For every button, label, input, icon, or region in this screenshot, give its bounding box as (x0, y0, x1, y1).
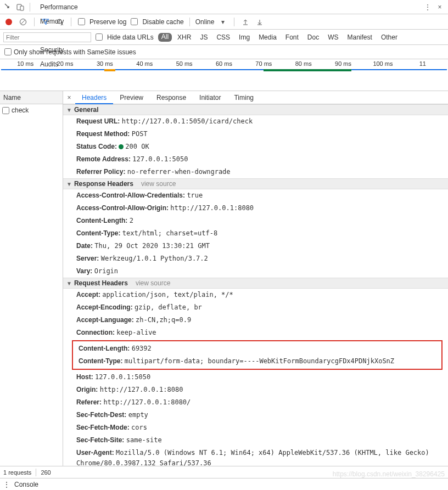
record-button[interactable] (3, 16, 14, 27)
svg-line-5 (61, 23, 63, 25)
filter-input[interactable] (3, 32, 91, 42)
type-filter-js[interactable]: JS (197, 33, 211, 42)
timeline-bar (1, 69, 447, 70)
upload-har-icon[interactable] (240, 16, 251, 27)
type-filter-img[interactable]: Img (236, 33, 253, 42)
type-filter-doc[interactable]: Doc (304, 33, 322, 42)
type-filter-manifest[interactable]: Manifest (344, 33, 376, 42)
value: keep-alive (116, 329, 156, 336)
svg-rect-1 (20, 6, 24, 10)
type-filter-font[interactable]: Font (282, 33, 302, 42)
throttle-dropdown-icon[interactable]: ▾ (217, 16, 228, 27)
timeline[interactable]: 10 ms20 ms30 ms40 ms50 ms60 ms70 ms80 ms… (0, 59, 448, 91)
section-request-headers[interactable]: ▼ Request Headers view source (63, 278, 448, 289)
label: Content-Type: (79, 357, 122, 365)
value: Werkzeug/1.0.1 Python/3.7.2 (101, 255, 208, 262)
collapse-icon: ▼ (66, 280, 72, 286)
value: Origin (94, 267, 118, 275)
timeline-tick: 30 ms (85, 60, 125, 67)
type-filter-media[interactable]: Media (255, 33, 280, 42)
type-filter-xhr[interactable]: XHR (174, 33, 194, 42)
view-source-link[interactable]: view source (136, 279, 170, 287)
device-toggle-icon[interactable] (14, 1, 26, 13)
value: 127.0.0.1:5050 (95, 373, 150, 381)
throttle-label: Online (195, 18, 215, 26)
type-filter-ws[interactable]: WS (324, 33, 341, 42)
detail-tab-preview[interactable]: Preview (113, 91, 150, 104)
section-response-headers[interactable]: ▼ Response Headers view source (63, 178, 448, 189)
samesite-checkbox[interactable] (4, 48, 12, 55)
timeline-tick: 10 ms (5, 60, 45, 67)
status-dot-icon (119, 144, 124, 149)
console-drawer[interactable]: ⋮ Console (0, 478, 448, 490)
value: zh-CN,zh;q=0.9 (136, 316, 191, 324)
preserve-log-checkbox[interactable] (78, 18, 85, 25)
label: Sec-Fetch-Site: (76, 436, 124, 444)
label: Accept-Language: (76, 316, 134, 324)
section-title: Request Headers (74, 279, 128, 287)
value: same-site (126, 436, 162, 444)
status-bar: 1 requests 260 (0, 466, 448, 478)
value: application/json, text/plain, */* (102, 291, 233, 298)
tab-performance[interactable]: Performance (33, 0, 85, 14)
collapse-icon: ▼ (66, 107, 72, 113)
detail-tab-headers[interactable]: Headers (75, 91, 113, 104)
value: Mozilla/5.0 (Windows NT 6.1; Win64; x64)… (76, 449, 429, 466)
svg-line-3 (21, 20, 25, 24)
drawer-menu-icon[interactable]: ⋮ (3, 481, 10, 488)
preserve-log-label: Preserve log (89, 18, 126, 26)
hide-data-urls-checkbox[interactable] (96, 33, 103, 41)
timeline-tick: 60 ms (204, 60, 244, 67)
samesite-label: Only show requests with SameSite issues (14, 48, 136, 56)
label: Content-Length: (79, 345, 130, 352)
download-har-icon[interactable] (254, 16, 265, 27)
timeline-tick: 70 ms (244, 60, 283, 67)
label: Origin: (76, 386, 98, 393)
timeline-tick: 20 ms (45, 60, 85, 67)
detail-tab-response[interactable]: Response (150, 91, 193, 104)
section-general[interactable]: ▼ General (63, 104, 448, 115)
timeline-tick: 40 ms (125, 60, 164, 67)
section-title: Response Headers (74, 180, 133, 188)
value: text/html; charset=utf-8 (122, 229, 217, 237)
detail-tabs: × HeadersPreviewResponseInitiatorTiming (63, 91, 448, 104)
name-column-header[interactable]: Name (0, 91, 63, 104)
request-name: check (12, 106, 29, 114)
timeline-tick: 100 ms (363, 60, 402, 67)
clear-icon[interactable] (18, 16, 29, 27)
filter-toggle-icon[interactable] (40, 16, 51, 27)
type-filter-css[interactable]: CSS (213, 33, 233, 42)
request-row-checkbox[interactable] (2, 107, 9, 114)
request-count: 1 requests (3, 469, 31, 476)
value: 200 OK (125, 143, 149, 150)
label: Vary: (76, 267, 92, 275)
highlighted-headers: Content-Length: 69392 Content-Type: mult… (72, 340, 443, 370)
disable-cache-label: Disable cache (142, 18, 183, 26)
type-filter-all[interactable]: All (158, 33, 172, 42)
detail-tab-initiator[interactable]: Initiator (193, 91, 227, 104)
close-icon[interactable]: × (434, 1, 446, 13)
timeline-tick: 90 ms (323, 60, 363, 67)
label: Accept: (76, 291, 100, 298)
timeline-tick: 50 ms (164, 60, 204, 67)
request-list: Name check (0, 91, 63, 466)
view-source-link[interactable]: view source (141, 180, 176, 188)
disable-cache-checkbox[interactable] (131, 18, 138, 25)
value: http://127.0.0.1:8080/ (103, 398, 191, 406)
timeline-tick: 80 ms (284, 60, 323, 67)
value: http://127.0.0.1:8080 (170, 204, 254, 212)
close-detail-icon[interactable]: × (63, 94, 75, 102)
value: empty (128, 411, 148, 419)
label: Date: (76, 242, 93, 250)
inspect-icon[interactable] (2, 1, 14, 13)
devtools-top-tabs: ElementsConsoleSourcesNetworkPerformance… (0, 0, 448, 14)
label: Referer: (76, 398, 102, 406)
type-filter-other[interactable]: Other (378, 33, 401, 42)
more-icon[interactable]: ⋮ (422, 1, 434, 13)
section-title: General (74, 106, 99, 114)
request-row[interactable]: check (0, 104, 63, 116)
search-icon[interactable] (54, 16, 65, 27)
label: Sec-Fetch-Mode: (76, 424, 130, 431)
label: Referrer Policy: (76, 168, 125, 176)
detail-tab-timing[interactable]: Timing (227, 91, 260, 104)
